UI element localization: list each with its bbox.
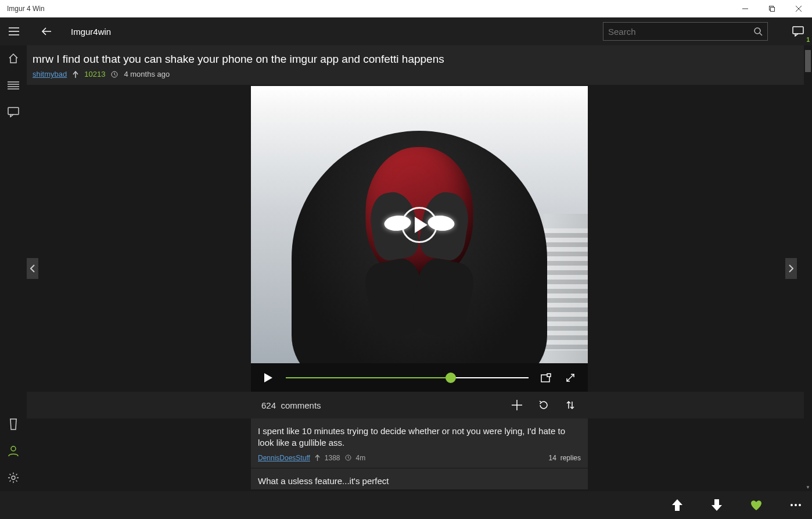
window-title: Imgur 4 Win: [0, 5, 45, 13]
search-box[interactable]: [603, 22, 768, 41]
sort-comments-button[interactable]: [563, 398, 577, 412]
hamburger-button[interactable]: [0, 17, 28, 45]
gear-icon: [8, 472, 19, 484]
up-arrow-icon: [672, 499, 682, 511]
play-icon: [415, 217, 427, 233]
sidebar-gallery[interactable]: [0, 72, 27, 99]
window-maximize-button[interactable]: [759, 0, 785, 17]
home-icon: [8, 53, 19, 65]
sidebar-profile[interactable]: [0, 438, 27, 464]
comments-word: comments: [281, 400, 321, 410]
svg-line-24: [567, 374, 574, 381]
svg-point-33: [791, 504, 793, 506]
window-minimize-button[interactable]: [732, 0, 759, 17]
post-title: mrw I find out that you can shake your p…: [33, 53, 806, 66]
sidebar-home[interactable]: [0, 45, 27, 72]
seek-knob[interactable]: [445, 373, 456, 383]
video-subject-illustration: [292, 131, 547, 363]
comment-item[interactable]: What a usless feature...it's perfect: [251, 468, 588, 490]
expand-icon: [565, 373, 576, 383]
messages-button[interactable]: 1: [784, 17, 812, 45]
list-icon: [8, 81, 19, 90]
comments-bar: 624 comments: [27, 392, 812, 418]
content-area: mrw I find out that you can shake your p…: [27, 45, 812, 491]
svg-point-9: [754, 28, 760, 34]
replies-label: replies: [561, 454, 581, 462]
user-icon: [8, 445, 19, 457]
next-post-button[interactable]: [785, 258, 797, 279]
post-header: mrw I find out that you can shake your p…: [27, 45, 812, 85]
prev-post-button[interactable]: [27, 258, 38, 279]
down-arrow-icon: [712, 499, 722, 511]
post-meta: shitmybad 10213 4 months ago: [33, 70, 806, 78]
more-button[interactable]: [786, 496, 805, 514]
sidebar: [0, 45, 27, 491]
refresh-comments-button[interactable]: [537, 398, 551, 412]
svg-marker-31: [672, 499, 682, 511]
clock-icon: [111, 71, 118, 78]
video-fullscreen-button[interactable]: [563, 371, 577, 385]
comment-item[interactable]: I spent like 10 minutes trying to decide…: [251, 418, 588, 468]
comment-text: What a usless feature...it's perfect: [258, 475, 581, 487]
svg-marker-21: [264, 373, 272, 382]
comment-replies[interactable]: 14 replies: [549, 454, 581, 462]
media-wrap: [27, 85, 812, 392]
post-points: 10213: [84, 70, 105, 78]
upvote-button[interactable]: [668, 496, 687, 514]
chat-icon: [792, 26, 804, 37]
clock-icon: [345, 454, 351, 461]
play-button[interactable]: [401, 207, 437, 243]
refresh-icon: [538, 400, 549, 410]
search-icon[interactable]: [753, 27, 763, 36]
sidebar-cup[interactable]: [0, 411, 27, 438]
svg-marker-32: [712, 499, 722, 511]
upvote-arrow-icon: [315, 454, 320, 461]
search-input[interactable]: [608, 27, 753, 37]
comment-age: 4m: [356, 454, 366, 462]
downvote-button[interactable]: [707, 496, 726, 514]
bottom-action-bar: [0, 491, 812, 519]
sidebar-messages[interactable]: [0, 99, 27, 126]
window-controls: [732, 0, 812, 17]
favorite-button[interactable]: [747, 496, 766, 514]
comment-list: I spent like 10 minutes trying to decide…: [27, 418, 812, 490]
window-titlebar: Imgur 4 Win: [0, 0, 812, 17]
video-play-button[interactable]: [261, 371, 275, 385]
window-close-button[interactable]: [785, 0, 812, 17]
pip-icon: [541, 373, 551, 382]
chevron-right-icon: [789, 264, 793, 273]
seek-progress: [286, 377, 451, 378]
svg-line-10: [760, 33, 762, 35]
post-age: 4 months ago: [124, 70, 170, 78]
media-card: [251, 86, 588, 392]
svg-rect-16: [8, 108, 19, 114]
post-author-link[interactable]: shitmybad: [33, 70, 67, 78]
sidebar-top-group: [0, 45, 27, 126]
comments-count: 624: [261, 400, 276, 410]
svg-point-34: [795, 504, 797, 506]
video-seekbar[interactable]: [286, 371, 529, 385]
svg-rect-11: [793, 27, 803, 34]
app-title: Imgur4win: [71, 27, 111, 37]
play-icon: [264, 373, 272, 382]
video-controls: [251, 363, 588, 392]
vertical-scrollbar[interactable]: ▼: [804, 45, 812, 491]
video-pip-button[interactable]: [539, 371, 553, 385]
cup-icon: [9, 418, 18, 430]
svg-point-18: [12, 476, 15, 479]
scrollbar-thumb[interactable]: [805, 50, 811, 72]
add-comment-button[interactable]: [510, 398, 524, 412]
back-button[interactable]: [33, 17, 60, 45]
comment-points: 1388: [325, 454, 340, 462]
video-frame[interactable]: [251, 86, 588, 363]
scrollbar-down-arrow[interactable]: ▼: [804, 483, 812, 491]
comment-author-link[interactable]: DennisDoesStuff: [258, 454, 310, 462]
dots-icon: [790, 503, 802, 507]
replies-count: 14: [549, 454, 556, 462]
sidebar-settings[interactable]: [0, 464, 27, 491]
heart-icon: [750, 499, 763, 511]
chevron-left-icon: [30, 264, 35, 273]
comment-meta: DennisDoesStuff 1388 4m: [258, 454, 581, 462]
svg-point-17: [11, 446, 16, 451]
svg-point-35: [799, 504, 801, 506]
